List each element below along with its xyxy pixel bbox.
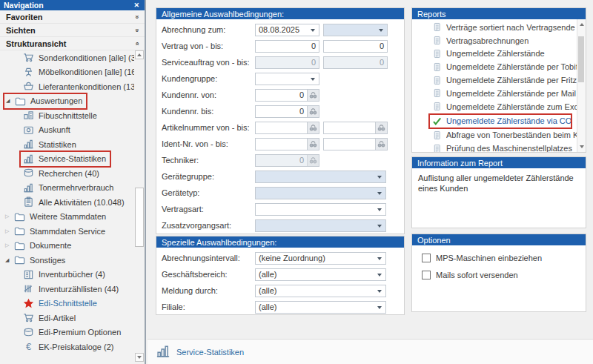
form-row-zusatzvorgangsart: Zusatzvorgangsart:: [156, 217, 404, 234]
report-item-label: Ungemeldete Zählerstände per Mail: [446, 89, 576, 98]
report-item-ungemeldete-z-hlerst-nde-per-mail[interactable]: Ungemeldete Zählerstände per Mail: [412, 87, 577, 100]
binoculars-lookup-button[interactable]: [307, 122, 319, 133]
chevron-down-icon: [377, 274, 382, 277]
tree-item-label: Auswertungen: [30, 96, 82, 105]
tree-item-label: Lieferantenkonditionen (139): [39, 82, 134, 91]
report-item-ungemeldete-z-hlerst-nde[interactable]: Ungemeldete Zählerstände: [412, 47, 577, 61]
tree-item-edi-schnittstelle[interactable]: Edi-Schnittstelle: [0, 297, 134, 311]
option-mps-maschinen-einbeziehen[interactable]: MPS-Maschinen einbeziehen: [412, 254, 586, 262]
checkbox[interactable]: [422, 271, 431, 279]
input-kundennr-von[interactable]: 0: [255, 89, 319, 102]
tree-item-statistiken[interactable]: Statistiken: [0, 137, 134, 152]
field-value: (alle): [256, 286, 385, 295]
tree-item-dokumente[interactable]: ▷Dokumente: [0, 239, 134, 254]
tree-item-edi-artikel[interactable]: Edi-Artikel: [0, 311, 134, 325]
tree-item-label: Alle Aktivitäten (10.048): [39, 198, 125, 207]
input-kundennr-bis[interactable]: 0: [255, 105, 319, 118]
tab-service-statistiken[interactable]: Service-Statistiken: [156, 344, 244, 360]
reports-panel: Reports Verträge sortiert nach Vertragse…: [411, 7, 586, 153]
report-item-ungemeldete-z-hlerst-nde-via-co-portal[interactable]: Ungemeldete Zählerstände via CO Portal: [428, 113, 572, 129]
report-item-pr-fung-des-maschinenstellplatzes[interactable]: Prüfung des Maschinenstellplatzes: [412, 142, 577, 152]
binoculars-lookup-button[interactable]: [375, 139, 387, 150]
building-icon: [22, 110, 35, 122]
collapsed-triangle-icon[interactable]: ▷: [5, 242, 13, 248]
input-artikelnummer-von-bis[interactable]: [323, 122, 388, 134]
tree-item-auskunft[interactable]: Auskunft: [0, 123, 134, 138]
sidebar-scrollbar-thumb[interactable]: [135, 188, 144, 247]
reports-scrollbar-thumb[interactable]: [578, 36, 584, 82]
tree-item-service-statistiken[interactable]: Service-Statistiken: [0, 152, 134, 167]
nav-section-favoriten[interactable]: Favoriten»: [0, 10, 145, 24]
form-row-gesch-ftsbereich: Geschäftsbereich:(alle): [156, 266, 404, 282]
reports-scroll-down-button[interactable]: [577, 142, 586, 151]
input-ident-nr-von-bis[interactable]: [255, 138, 319, 150]
general-conditions-title: Allgemeine Auswahlbedingungen:: [162, 10, 284, 19]
report-item-abfrage-von-tonerbest-nden-beim-kunden[interactable]: Abfrage von Tonerbeständen beim Kunden: [412, 129, 577, 142]
expanded-triangle-icon[interactable]: ◢: [5, 257, 13, 263]
input-vertrag-von-bis[interactable]: 0: [323, 40, 388, 53]
dropdown-meldung-durch[interactable]: (alle): [255, 285, 386, 297]
tree-item-auswertungen[interactable]: ◢Auswertungen: [0, 94, 134, 109]
report-item-label: Ungemeldete Zählerstände via CO Portal: [446, 116, 571, 125]
tree-item-inventurb-cher-4[interactable]: Inventurbücher (4): [0, 268, 134, 282]
option-mails-sofort-versenden[interactable]: Mails sofort versenden: [412, 271, 586, 279]
field-value: 0: [324, 58, 387, 67]
report-item-ungemeldete-z-hlerst-nde-per-fritz-fax[interactable]: Ungemeldete Zählerstände per Fritz!Fax: [412, 73, 577, 87]
tree-item-sonstiges[interactable]: ◢Sonstiges: [0, 253, 134, 268]
binoculars-lookup-button[interactable]: [307, 139, 319, 150]
close-icon[interactable]: ✕: [132, 1, 141, 9]
report-item-ungemeldete-z-hlerst-nde-per-tobit-fax[interactable]: Ungemeldete Zählerstände per Tobit-Fax: [412, 60, 577, 73]
chevron-down-icon: [377, 257, 382, 260]
input-ident-nr-von-bis[interactable]: [323, 138, 388, 150]
tree-item-content: ▷Stammdaten Service: [5, 225, 105, 237]
report-item-ungemeldete-z-hlerst-nde-zum-excel-expo[interactable]: Ungemeldete Zählerstände zum Excel-Expo: [412, 100, 577, 113]
tree-item-label: Edi-Schnittstelle: [39, 299, 97, 308]
folder-icon: [13, 254, 26, 266]
tree-item-label: Dokumente: [30, 241, 71, 250]
binoculars-lookup-button[interactable]: [375, 122, 387, 133]
tree-item-ek-preiskataloge-2[interactable]: €EK-Preiskataloge (2): [0, 340, 134, 354]
form-row-abrechnungsintervall: Abrechnungsintervall:(keine Zuordnung): [156, 250, 404, 266]
tally-icon: [22, 283, 35, 295]
tree-item-m-belkonditionen-alle-161[interactable]: Möbelkonditionen [alle] (161): [0, 65, 134, 80]
options-title: Optionen: [417, 236, 451, 245]
document-icon: [432, 36, 442, 45]
collapsed-triangle-icon[interactable]: ▷: [5, 214, 13, 219]
nav-section-strukturansicht[interactable]: Strukturansicht»: [0, 37, 145, 50]
dropdown-kundengruppe[interactable]: [255, 73, 319, 85]
reports-scroll-up-button[interactable]: [577, 20, 586, 29]
highlight-box: Service-Statistiken: [19, 150, 111, 168]
tree-item-weitere-stammdaten[interactable]: ▷Weitere Stammdaten: [0, 210, 134, 225]
dropdown-abrechnungsintervall[interactable]: (keine Zuordnung): [255, 252, 386, 265]
form-row-vertragsart: Vertragsart:: [156, 201, 404, 217]
dropdown-vertragsart[interactable]: [255, 203, 386, 216]
checkbox[interactable]: [422, 254, 431, 262]
dropdown-gesch-ftsbereich[interactable]: (alle): [255, 268, 386, 281]
dropdown-abrechnung-zum[interactable]: 08.08.2025: [255, 24, 319, 36]
tree-item-inventurz-hllisten-44[interactable]: Inventurzähllisten (44): [0, 282, 134, 297]
nav-section-sichten[interactable]: Sichten»: [0, 24, 145, 37]
expanded-triangle-icon[interactable]: ◢: [6, 98, 14, 104]
collapsed-triangle-icon[interactable]: ▷: [5, 228, 13, 234]
binoculars-lookup-button[interactable]: [307, 90, 319, 101]
tree-item-sonderkonditionen-alle-3256[interactable]: Sonderkonditionen [alle] (3256): [0, 50, 134, 65]
general-conditions-header: Allgemeine Auswahlbedingungen:: [156, 8, 404, 19]
tree-item-edi-premium-optionen[interactable]: Edi-Premium Optionen: [0, 325, 134, 340]
input-vertrag-von-bis[interactable]: 0: [255, 40, 319, 53]
tree-item-stammdaten-service[interactable]: ▷Stammdaten Service: [0, 224, 134, 239]
tree-item-fibuschnittstelle[interactable]: Fibuschnittstelle: [0, 108, 134, 123]
field-label: Ident-Nr. von - bis:: [162, 139, 255, 148]
dropdown-filiale[interactable]: (alle): [255, 301, 386, 314]
scroll-up-button[interactable]: [135, 50, 144, 59]
tree-item-lieferantenkonditionen-139[interactable]: Lieferantenkonditionen (139): [0, 79, 134, 94]
tree-item-alle-aktivit-ten-10-048[interactable]: Alle Aktivitäten (10.048): [0, 195, 134, 210]
checkbox-label: MPS-Maschinen einbeziehen: [436, 254, 542, 262]
tree-item-content: Möbelkonditionen [alle] (161): [22, 66, 134, 78]
scroll-down-button[interactable]: [135, 353, 144, 362]
tree-item-tonermehrverbrauch[interactable]: Tonermehrverbrauch: [0, 181, 134, 196]
tree-item-recherchen-40[interactable]: Recherchen (40): [0, 166, 134, 181]
input-artikelnummer-von-bis[interactable]: [255, 122, 319, 134]
report-item-vertr-ge-sortiert-nach-vertragsende[interactable]: Verträge sortiert nach Vertragsende: [412, 21, 577, 34]
report-item-vertragsabrechnungen[interactable]: Vertragsabrechnungen: [412, 34, 577, 47]
binoculars-lookup-button[interactable]: [307, 106, 319, 117]
